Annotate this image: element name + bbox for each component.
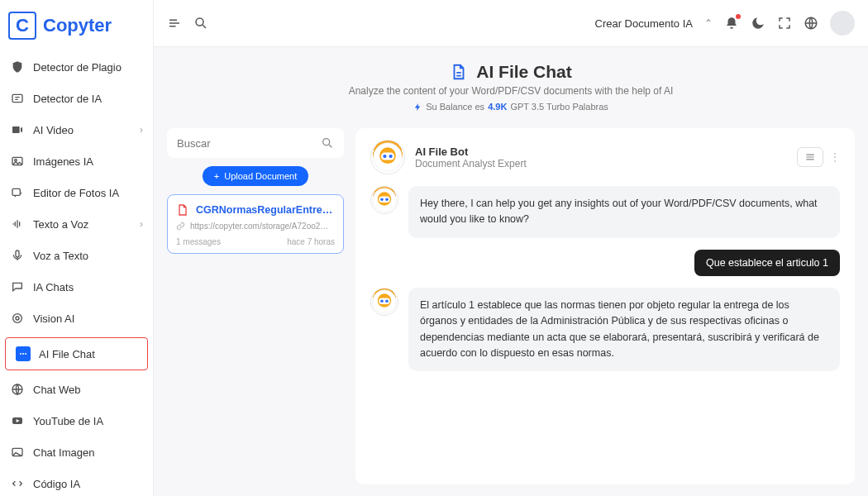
fullscreen-button[interactable] (777, 16, 792, 31)
youtube-icon (10, 413, 25, 428)
chat-menu-button[interactable] (797, 147, 823, 167)
brand[interactable]: C Copyter (0, 0, 153, 51)
sidebar-item-chat-imagen[interactable]: Chat Imagen (0, 436, 153, 468)
sidebar-nav: Detector de Plagio Detector de IA AI Vid… (0, 51, 153, 496)
image-icon (10, 154, 25, 169)
sidebar-item-voz-texto[interactable]: Voz a Texto (0, 240, 153, 271)
video-icon (10, 122, 25, 137)
svg-point-17 (196, 18, 203, 26)
sidebar-item-label: IA Chats (33, 281, 74, 293)
sidebar-item-label: Vision AI (33, 312, 74, 325)
sidebar-item-ai-file-chat[interactable]: AI File Chat (5, 337, 148, 370)
balance-text: Su Balance es 4.9K GPT 3.5 Turbo Palabra… (154, 102, 868, 112)
svg-point-5 (13, 314, 22, 323)
link-icon (176, 222, 185, 231)
svg-rect-0 (12, 94, 22, 102)
page-header: AI File Chat Analyze the content of your… (154, 47, 868, 117)
plus-icon: + (214, 171, 219, 181)
chat-message-bot: Hey there, I can help you get any insigh… (370, 186, 840, 238)
sidebar-item-label: Detector de IA (33, 93, 102, 105)
bot-name: AI File Bot (415, 145, 527, 158)
sidebar-item-texto-voz[interactable]: Texto a Voz › (0, 208, 153, 240)
sidebar-item-chat-web[interactable]: Chat Web (0, 374, 153, 405)
sidebar-item-label: Chat Imagen (33, 446, 94, 459)
document-age: hace 7 horas (287, 237, 335, 246)
svg-point-19 (323, 139, 330, 145)
svg-rect-4 (16, 250, 19, 257)
sidebar-item-label: Editor de Fotos IA (33, 187, 119, 199)
chevron-right-icon: › (140, 124, 143, 136)
menu-toggle-button[interactable] (167, 16, 182, 31)
sidebar-item-editor-fotos[interactable]: Editor de Fotos IA (0, 177, 153, 208)
document-url: https://copyter.com/storage/A72oo2OejW.p… (190, 222, 335, 231)
sidebar-item-ia-detect[interactable]: Detector de IA (0, 83, 153, 114)
document-item[interactable]: CGRNormasRegularEntrega.... https://copy… (167, 194, 344, 254)
balance-value: 4.9K (488, 102, 507, 112)
svg-point-6 (16, 317, 19, 320)
sidebar-item-imagenes-ia[interactable]: Imágenes IA (0, 145, 153, 177)
web-chat-icon (10, 382, 25, 397)
chat-panel: AI File Bot Document Analyst Expert ⋮ (355, 128, 855, 484)
balance-suffix: GPT 3.5 Turbo Palabras (510, 102, 608, 112)
upload-label: Upload Document (224, 171, 297, 181)
search-icon (321, 136, 334, 150)
svg-point-33 (380, 299, 384, 303)
sidebar-item-label: Texto a Voz (33, 218, 88, 231)
sidebar-item-label: Chat Web (33, 384, 81, 396)
sidebar-item-label: Imágenes IA (33, 155, 93, 168)
sidebar-item-ia-chats[interactable]: IA Chats (0, 271, 153, 303)
sidebar-item-label: Detector de Plagio (33, 61, 122, 74)
svg-point-29 (385, 198, 389, 201)
sidebar-item-label: Voz a Texto (33, 250, 88, 262)
svg-point-8 (22, 353, 24, 355)
create-doc-chevron-icon[interactable]: ⌃ (704, 17, 713, 29)
notifications-button[interactable] (724, 16, 739, 31)
chat-message-user: Que establece el articulo 1 (370, 250, 840, 276)
sidebar: C Copyter Detector de Plagio Detector de… (0, 0, 154, 496)
sidebar-item-label: AI Video (33, 124, 74, 136)
sidebar-item-plagio[interactable]: Detector de Plagio (0, 51, 153, 83)
page-title-text: AI File Chat (476, 62, 572, 82)
bot-avatar-small (370, 186, 398, 214)
language-button[interactable] (804, 16, 818, 31)
chat-more-button[interactable]: ⋮ (830, 147, 840, 167)
content: + Upload Document CGRNormasRegularEntreg… (154, 117, 868, 496)
topbar: Crear Documento IA ⌃ (154, 0, 868, 47)
doc-search[interactable] (167, 128, 344, 158)
bot-role: Document Analyst Expert (415, 158, 527, 169)
search-button[interactable] (193, 16, 208, 31)
bolt-icon (413, 103, 422, 112)
photo-editor-icon (10, 185, 25, 200)
documents-panel: + Upload Document CGRNormasRegularEntreg… (167, 128, 344, 484)
sidebar-item-label: YouTube de IA (33, 415, 103, 427)
sidebar-item-vision-ai[interactable]: Vision AI (0, 303, 153, 334)
create-document-link[interactable]: Crear Documento IA (595, 17, 694, 30)
sidebar-item-label: Código IA (33, 478, 80, 490)
bot-message-text: Hey there, I can help you get any insigh… (408, 186, 840, 238)
sidebar-item-ai-video[interactable]: AI Video › (0, 114, 153, 145)
svg-point-34 (385, 299, 389, 303)
brand-mark: C (8, 12, 36, 40)
document-title: CGRNormasRegularEntrega.... (196, 204, 335, 216)
file-chat-icon (16, 346, 31, 361)
sidebar-item-codigo-ia[interactable]: Código IA (0, 468, 153, 496)
dark-mode-button[interactable] (751, 16, 765, 31)
shield-icon (10, 60, 25, 74)
balance-prefix: Su Balance es (426, 102, 484, 112)
svg-rect-3 (12, 188, 20, 195)
brand-name: Copyter (43, 15, 112, 36)
ai-detect-icon (10, 91, 25, 106)
sidebar-item-label: AI File Chat (39, 348, 95, 360)
user-message-text: Que establece el articulo 1 (694, 250, 840, 276)
user-avatar[interactable] (830, 11, 855, 36)
sidebar-item-youtube-ia[interactable]: YouTube de IA (0, 405, 153, 436)
svg-point-2 (15, 159, 17, 161)
tts-icon (10, 217, 25, 231)
chat-message-bot: El artículo 1 establece que las normas t… (370, 288, 840, 372)
bot-message-text: El artículo 1 establece que las normas t… (408, 288, 840, 372)
svg-point-7 (20, 353, 21, 355)
doc-search-input[interactable] (177, 137, 321, 150)
page-title: AI File Chat (154, 62, 868, 82)
upload-document-button[interactable]: + Upload Document (203, 166, 309, 186)
bot-avatar (370, 140, 405, 174)
